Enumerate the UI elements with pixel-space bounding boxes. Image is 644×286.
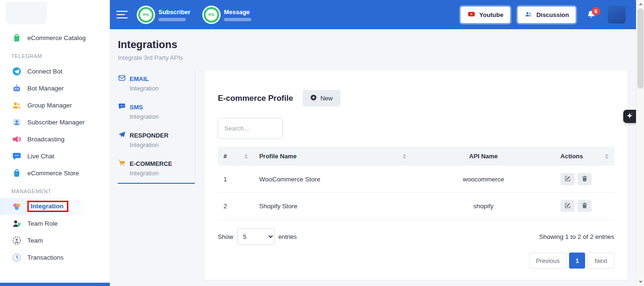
previous-page-button[interactable]: Previous — [529, 253, 567, 269]
delete-button[interactable] — [578, 200, 592, 212]
sidebar-item-bot-manager[interactable]: Bot Manager — [0, 80, 110, 97]
notifications-bell-icon[interactable]: 6 — [586, 9, 596, 20]
message-usage-widget: 0% Message — [204, 7, 251, 23]
sidebar-item-team[interactable]: Team — [0, 232, 110, 249]
page-size-select[interactable]: 5 — [237, 228, 275, 245]
scrollbar-thumb[interactable] — [637, 8, 644, 89]
hamburger-menu-icon[interactable] — [116, 11, 128, 19]
cell-profile-name: WooCommerce Store — [254, 166, 412, 193]
trash-icon — [581, 175, 588, 183]
tab-responder-integration[interactable]: RESPONDER Integration — [118, 126, 195, 155]
scrollbar-down-arrow[interactable] — [636, 278, 644, 286]
sparkle-icon — [626, 112, 633, 121]
discussion-button[interactable]: Discussion — [518, 7, 576, 23]
trash-icon — [581, 202, 588, 210]
robot-icon — [11, 83, 22, 93]
edit-icon — [564, 202, 571, 210]
message-label: Message — [224, 8, 251, 16]
search-input[interactable] — [218, 118, 283, 139]
header-num[interactable]: # — [218, 147, 254, 166]
sidebar-item-broadcasting[interactable]: Broadcasting — [0, 131, 110, 147]
scrollbar[interactable] — [636, 0, 644, 286]
ecommerce-profile-card: E-commerce Profile New — [204, 70, 628, 280]
tab-title: SMS — [130, 104, 143, 111]
person-pin-icon — [11, 218, 22, 229]
edit-button[interactable] — [561, 200, 575, 212]
sidebar-item-subscriber-manager[interactable]: Subscriber Manager — [0, 114, 110, 131]
table-row: 2 Shopify Store shopify — [218, 193, 614, 220]
scrollbar-up-arrow[interactable] — [636, 0, 644, 8]
youtube-button[interactable]: Youtube — [461, 7, 510, 23]
bottom-strip — [0, 283, 110, 286]
youtube-button-label: Youtube — [479, 11, 504, 18]
pagination: Previous 1 Next — [218, 253, 614, 269]
entries-label: entries — [279, 233, 297, 240]
sidebar-item-label: Group Manager — [27, 102, 72, 109]
integration-circles-icon — [11, 201, 22, 212]
sidebar-item-integration[interactable]: Integration — [0, 198, 110, 215]
new-button-label: New — [321, 95, 333, 102]
sidebar-item-label: Broadcasting — [27, 136, 65, 143]
sort-icon — [403, 154, 406, 159]
header-api-name[interactable]: API Name — [412, 147, 555, 166]
cell-num: 1 — [218, 166, 254, 193]
tab-subtitle: Integration — [130, 113, 195, 120]
page-subtitle: Integrate 3rd Party APIs — [118, 54, 628, 61]
sort-icon — [605, 154, 609, 159]
avatar[interactable] — [608, 6, 626, 24]
cell-api-name: shopify — [412, 193, 555, 220]
cell-profile-name: Shopify Store — [254, 193, 412, 220]
app-logo — [6, 2, 47, 25]
tab-sms-integration[interactable]: SMS Integration — [118, 98, 195, 126]
chat-bubble-icon — [11, 151, 22, 161]
delete-button[interactable] — [578, 173, 592, 185]
next-page-button[interactable]: Next — [587, 253, 614, 269]
sidebar-item-label: Connect Bot — [27, 68, 62, 75]
discussion-people-icon — [524, 10, 533, 19]
edit-button[interactable] — [561, 173, 575, 185]
header-profile-name[interactable]: Profile Name — [254, 147, 412, 166]
show-label: Show — [218, 233, 233, 240]
plus-circle-icon — [310, 94, 317, 102]
tab-email-integration[interactable]: EMAIL Integration — [118, 70, 195, 98]
table-row: 1 WooCommerce Store woocommerce — [218, 166, 614, 193]
header-actions[interactable]: Actions — [555, 147, 614, 166]
sort-icon — [244, 154, 248, 159]
group-people-icon — [11, 100, 22, 110]
tab-title: E-COMMERCE — [130, 160, 172, 167]
message-progress-bar — [224, 18, 251, 21]
floating-widget-button[interactable] — [623, 110, 636, 123]
top-navbar: 0% Subscriber 0% Message — [110, 0, 636, 29]
sidebar-item-ecommerce-catalog[interactable]: eCommerce Catalog — [0, 29, 110, 46]
page-title: Integrations — [118, 39, 628, 51]
page-content: Integrations Integrate 3rd Party APIs EM… — [110, 29, 636, 286]
sidebar-item-group-manager[interactable]: Group Manager — [0, 97, 110, 114]
sidebar-item-connect-bot[interactable]: Connect Bot — [0, 63, 110, 80]
sidebar-item-label: Team — [27, 237, 43, 244]
store-bag-icon — [11, 168, 22, 178]
subscribers-icon — [11, 117, 22, 127]
new-button[interactable]: New — [303, 90, 340, 106]
sidebar: eCommerce Catalog TELEGRAM Connect Bot B… — [0, 0, 110, 286]
sidebar-item-label: eCommerce Store — [27, 170, 79, 177]
subscriber-percent: 0% — [143, 12, 149, 17]
table-header-row: # Profile Name API Name — [218, 147, 614, 166]
app-window: eCommerce Catalog TELEGRAM Connect Bot B… — [0, 0, 636, 286]
sidebar-item-ecommerce-store[interactable]: eCommerce Store — [0, 164, 110, 181]
sidebar-item-label: Transactions — [27, 254, 64, 261]
message-progress-ring: 0% — [204, 7, 219, 23]
sms-chat-icon — [118, 102, 126, 112]
sidebar-item-label: Live Chat — [27, 153, 54, 160]
cell-api-name: woocommerce — [412, 166, 555, 193]
sidebar-item-label: eCommerce Catalog — [27, 34, 86, 41]
sidebar-item-label: Integration — [31, 203, 64, 210]
sidebar-item-live-chat[interactable]: Live Chat — [0, 147, 110, 164]
sidebar-item-team-role[interactable]: Team Role — [0, 215, 110, 232]
shopping-bag-icon — [11, 33, 22, 43]
tab-ecommerce-integration[interactable]: E-COMMERCE Integration — [118, 155, 195, 184]
sidebar-item-label: Subscriber Manager — [27, 119, 85, 126]
edit-icon — [564, 175, 571, 183]
annotation-highlight: Integration — [27, 201, 68, 212]
sidebar-item-transactions[interactable]: Transactions — [0, 249, 110, 266]
page-1-button[interactable]: 1 — [569, 253, 585, 269]
